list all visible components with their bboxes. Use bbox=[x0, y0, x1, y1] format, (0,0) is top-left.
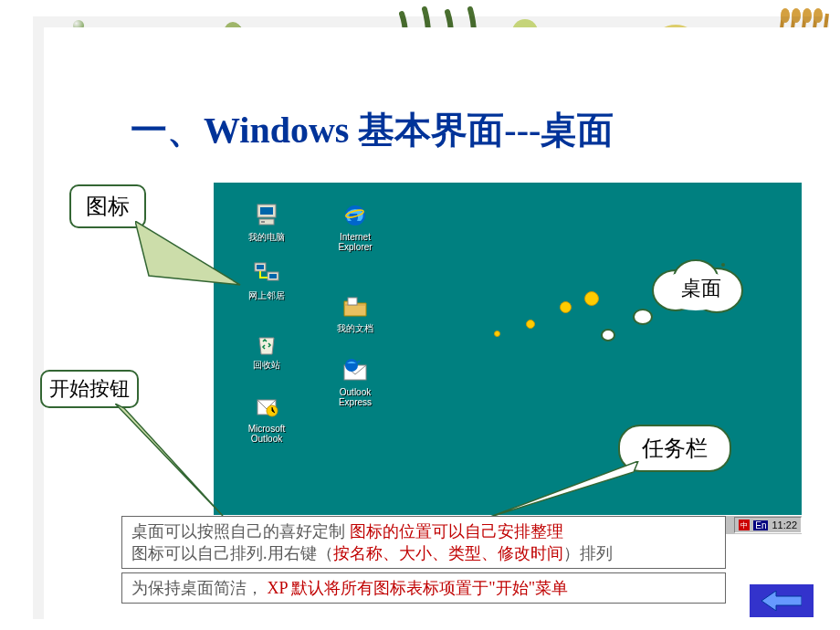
slide-title: 一、Windows 基本界面---桌面 bbox=[131, 105, 614, 155]
arrow-left-icon bbox=[761, 591, 802, 611]
svg-rect-14 bbox=[261, 221, 265, 223]
system-tray: 中 En 11:22 bbox=[734, 517, 802, 533]
icon-outlook-express: Outlook Express bbox=[328, 356, 383, 407]
callout-start: 开始按钮 bbox=[40, 370, 139, 408]
icon-mydocs: 我的文档 bbox=[328, 292, 383, 333]
cloud-trail bbox=[633, 309, 653, 325]
note-box-2: 为保持桌面简洁， XP 默认将所有图标表标项置于"开始"菜单 bbox=[121, 572, 726, 604]
svg-point-10 bbox=[814, 8, 823, 23]
decor-dot bbox=[494, 331, 500, 337]
decor-dot bbox=[526, 320, 535, 329]
slide-body: 一、Windows 基本界面---桌面 我的电脑 网上邻居 回收站 Micros… bbox=[44, 27, 840, 630]
svg-text:中: 中 bbox=[740, 521, 748, 530]
svg-rect-18 bbox=[269, 274, 277, 278]
icon-ms-outlook: Microsoft Outlook bbox=[239, 393, 294, 444]
svg-rect-12 bbox=[260, 207, 273, 215]
icon-ie: Internet Explorer bbox=[328, 201, 383, 252]
svg-point-25 bbox=[345, 359, 358, 372]
svg-point-9 bbox=[803, 8, 812, 23]
callout-desktop: 桌面 bbox=[656, 263, 747, 313]
svg-point-7 bbox=[781, 8, 790, 23]
svg-rect-23 bbox=[348, 298, 357, 305]
svg-rect-16 bbox=[257, 265, 264, 269]
svg-point-8 bbox=[792, 8, 801, 23]
ime-indicator[interactable]: En bbox=[753, 520, 768, 530]
note-box-1: 桌面可以按照自己的喜好定制 图标的位置可以自己安排整理 图标可以自己排列.用右键… bbox=[121, 516, 726, 569]
callout-start-arrow bbox=[115, 404, 234, 522]
clock: 11:22 bbox=[772, 520, 797, 530]
callout-icon-arrow bbox=[135, 221, 254, 303]
decor-dot bbox=[560, 301, 572, 313]
tray-icon[interactable]: 中 bbox=[739, 520, 750, 530]
cloud-trail bbox=[601, 329, 615, 341]
icon-recycle: 回收站 bbox=[239, 329, 294, 370]
decor-dot bbox=[584, 291, 599, 306]
nav-back-button[interactable] bbox=[750, 584, 814, 617]
